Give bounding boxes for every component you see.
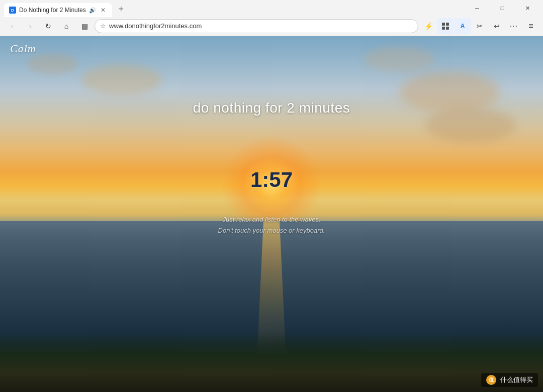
refresh-button[interactable]: ↻ (40, 18, 56, 34)
active-tab[interactable]: D Do Nothing for 2 Minutes 🔊 ✕ (4, 3, 112, 17)
collections-button[interactable] (437, 18, 454, 34)
cloud-top-right (364, 47, 434, 72)
tab-audio-icon[interactable]: 🔊 (89, 7, 96, 14)
browser-chrome: D Do Nothing for 2 Minutes 🔊 ✕ + ─ □ ✕ ‹… (0, 0, 543, 36)
reader-mode-button[interactable]: ▤ (76, 18, 93, 34)
tab-close-button[interactable]: ✕ (99, 6, 107, 14)
svg-rect-1 (446, 23, 449, 26)
cloud-right (399, 72, 500, 112)
instructions: Just relax and listen to the waves. Don'… (218, 214, 325, 236)
toolbar: ⚡ A ✂ ↩ ··· ≡ (420, 18, 539, 34)
undo-button[interactable]: ↩ (489, 18, 505, 34)
forward-button[interactable]: › (22, 18, 38, 34)
watermark: 值 什么值得买 (481, 373, 538, 387)
page-title: do nothing for 2 minutes (193, 100, 350, 116)
webpage: Calm do nothing for 2 minutes 1:57 Just … (0, 36, 543, 392)
timer-display: 1:57 (250, 168, 293, 192)
tab-strip: D Do Nothing for 2 Minutes 🔊 ✕ + (4, 0, 466, 16)
svg-rect-2 (442, 27, 445, 30)
translate-button[interactable]: A (455, 18, 471, 34)
collections-icon (441, 22, 449, 30)
svg-rect-3 (446, 27, 449, 30)
cloud-mid-right (425, 108, 516, 143)
address-input[interactable]: ☆ www.donothingfor2minutes.com (95, 19, 418, 33)
watermark-icon: 值 (486, 375, 496, 385)
svg-rect-0 (442, 23, 445, 26)
close-button[interactable]: ✕ (516, 0, 539, 16)
minimize-button[interactable]: ─ (466, 0, 489, 16)
watermark-text: 什么值得买 (500, 375, 533, 384)
maximize-button[interactable]: □ (491, 0, 514, 16)
tab-favicon: D (9, 7, 16, 14)
rocks-foreground (0, 332, 543, 392)
window-controls: ─ □ ✕ (466, 0, 539, 16)
bookmark-icon: ☆ (100, 22, 106, 30)
url-text: www.donothingfor2minutes.com (109, 22, 413, 30)
cloud-left (81, 65, 162, 95)
lightning-button[interactable]: ⚡ (420, 18, 436, 34)
title-bar: D Do Nothing for 2 Minutes 🔊 ✕ + ─ □ ✕ (0, 0, 543, 16)
calm-logo: Calm (10, 42, 36, 55)
home-button[interactable]: ⌂ (58, 18, 74, 34)
more-button[interactable]: ··· (506, 18, 522, 34)
tab-label: Do Nothing for 2 Minutes (19, 7, 86, 14)
tools-button[interactable]: ✂ (472, 18, 488, 34)
back-button[interactable]: ‹ (4, 18, 20, 34)
instruction-line-1: Just relax and listen to the waves. (218, 214, 325, 225)
new-tab-button[interactable]: + (114, 2, 128, 16)
instruction-line-2: Don't touch your mouse or keyboard. (218, 225, 325, 236)
address-bar: ‹ › ↻ ⌂ ▤ ☆ www.donothingfor2minutes.com… (0, 16, 543, 36)
menu-button[interactable]: ≡ (523, 18, 539, 34)
